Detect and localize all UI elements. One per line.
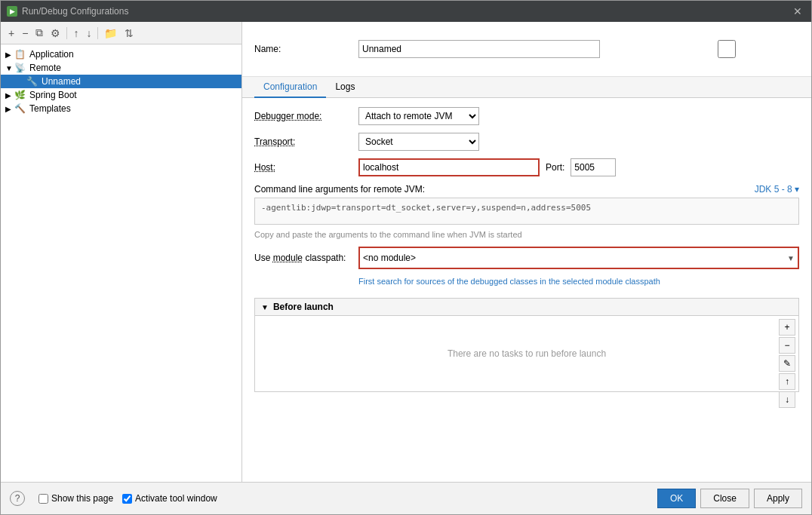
dialog-title: Run/Debug Configurations [22,6,128,17]
no-tasks-text: There are no tasks to run before launch [448,348,606,359]
unnamed-icon: 🔧 [26,76,38,87]
tree-item-spring-boot[interactable]: ▶ 🌿 Spring Boot [1,88,241,102]
transport-select[interactable]: Socket [358,133,479,151]
name-input[interactable] [358,40,600,58]
config-body: Debugger mode: Attach to remote JVM Tran… [242,98,811,482]
name-row: Name: Allow parallel run Store as projec… [242,22,811,77]
show-page-checkbox[interactable] [38,494,48,504]
store-project-checkbox-group: Store as project file ⚙ [700,28,799,70]
host-label: Host: [254,162,352,173]
close-window-button[interactable]: ✕ [790,4,805,19]
copy-config-button[interactable]: ⧉ [32,25,46,41]
ok-button[interactable]: OK [657,489,696,508]
settings-button[interactable]: ⚙ [48,26,63,41]
remote-label: Remote [29,63,61,73]
unnamed-label: Unnamed [42,76,81,87]
close-button[interactable]: Close [700,489,749,508]
transport-row: Transport: Socket [254,133,799,151]
remove-config-button[interactable]: − [19,26,31,41]
run-debug-icon: ▶ [7,6,17,17]
application-label: Application [29,49,74,60]
left-panel: + − ⧉ ⚙ ↑ ↓ 📁 ⇅ ▶ 📋 Application [1,22,242,482]
folder-button[interactable]: 📁 [101,26,120,41]
show-page-checkbox-label: Show this page [38,493,113,504]
before-launch-section: ▼ Before launch There are no tasks to ru… [254,298,799,392]
before-launch-down-button[interactable]: ↓ [779,391,795,408]
debugger-mode-select[interactable]: Attach to remote JVM [358,107,479,125]
arrow-application: ▶ [5,51,14,59]
host-label-text: Host: [254,162,275,173]
before-launch-header[interactable]: ▼ Before launch [255,299,798,316]
application-icon: 📋 [14,49,26,60]
port-label: Port: [546,162,564,173]
activate-window-label: Activate tool window [135,493,217,504]
debugger-mode-label-text: Debugger mode: [254,111,321,121]
activate-window-checkbox[interactable] [122,494,132,504]
title-bar-left: ▶ Run/Debug Configurations [7,6,128,17]
bottom-left: ? Show this page Activate tool window [10,491,217,506]
port-input[interactable] [571,158,616,176]
tab-configuration[interactable]: Configuration [254,77,326,98]
bottom-right: OK Close Apply [657,489,802,508]
host-input[interactable] [358,158,540,176]
main-content: + − ⧉ ⚙ ↑ ↓ 📁 ⇅ ▶ 📋 Application [1,22,811,482]
show-page-label: Show this page [51,493,113,504]
before-launch-side-buttons: + − ✎ ↑ ↓ [779,319,795,408]
config-tree: ▶ 📋 Application ▼ 📡 Remote 🔧 Unnamed [1,44,241,482]
help-button[interactable]: ? [10,491,25,506]
debugger-mode-row: Debugger mode: Attach to remote JVM [254,107,799,125]
name-field-label: Name: [254,44,352,54]
module-select-wrapper: <no module> ▼ [358,247,799,269]
templates-label: Templates [29,103,71,114]
cmd-args-section: Command line arguments for remote JVM: J… [254,184,799,239]
cmd-args-header: Command line arguments for remote JVM: J… [254,184,799,195]
jdk-version-link[interactable]: JDK 5 - 8 ▾ [755,184,799,195]
cmd-hint-text: Copy and paste the arguments to the comm… [254,230,799,239]
remote-icon: 📡 [14,63,26,73]
spring-boot-label: Spring Boot [29,90,77,100]
tree-item-unnamed[interactable]: 🔧 Unnamed [1,75,241,88]
parallel-checkbox-group: Allow parallel run [606,33,685,65]
store-project-checkbox[interactable] [700,40,811,58]
module-classpath-select[interactable]: <no module> [360,248,798,268]
sort-button[interactable]: ⇅ [121,26,137,41]
module-underline: module [273,253,303,263]
arrow-spring-boot: ▶ [5,91,14,100]
before-launch-title: Before launch [273,302,334,312]
transport-label-text: Transport: [254,136,295,147]
separator-2 [97,27,98,39]
activate-window-checkbox-label: Activate tool window [122,493,217,504]
run-debug-dialog: ▶ Run/Debug Configurations ✕ + − ⧉ ⚙ ↑ ↓… [0,0,812,515]
move-down-button[interactable]: ↓ [83,26,94,41]
bottom-checkboxes: Show this page Activate tool window [29,493,217,504]
before-launch-remove-button[interactable]: − [779,337,795,354]
before-launch-edit-button[interactable]: ✎ [779,355,795,372]
module-classpath-label: Use module classpath: [254,253,352,263]
arrow-templates: ▶ [5,105,14,113]
module-hint-text: First search for sources of the debugged… [358,277,799,286]
templates-icon: 🔨 [14,103,26,114]
before-launch-arrow-icon: ▼ [261,303,269,311]
host-port-row: Host: Port: [254,158,799,176]
tree-item-application[interactable]: ▶ 📋 Application [1,48,241,61]
apply-button[interactable]: Apply [754,489,802,508]
title-bar: ▶ Run/Debug Configurations ✕ [1,1,811,22]
transport-label: Transport: [254,136,352,147]
tab-logs[interactable]: Logs [326,77,364,98]
spring-boot-icon: 🌿 [14,90,26,100]
tree-toolbar: + − ⧉ ⚙ ↑ ↓ 📁 ⇅ [1,22,241,44]
before-launch-body: There are no tasks to run before launch … [255,316,798,391]
cmd-args-textarea[interactable]: -agentlib:jdwp=transport=dt_socket,serve… [254,198,799,225]
config-tabs: Configuration Logs [242,77,811,98]
arrow-remote: ▼ [5,64,14,72]
add-config-button[interactable]: + [5,26,17,41]
module-classpath-row: Use module classpath: <no module> ▼ [254,247,799,269]
right-panel: Name: Allow parallel run Store as projec… [242,22,811,482]
tree-item-templates[interactable]: ▶ 🔨 Templates [1,102,241,115]
bottom-bar: ? Show this page Activate tool window OK… [1,482,811,514]
cmd-args-label: Command line arguments for remote JVM: [254,184,425,195]
move-up-button[interactable]: ↑ [70,26,82,41]
before-launch-add-button[interactable]: + [779,319,795,336]
before-launch-up-button[interactable]: ↑ [779,373,795,390]
tree-item-remote[interactable]: ▼ 📡 Remote [1,61,241,75]
